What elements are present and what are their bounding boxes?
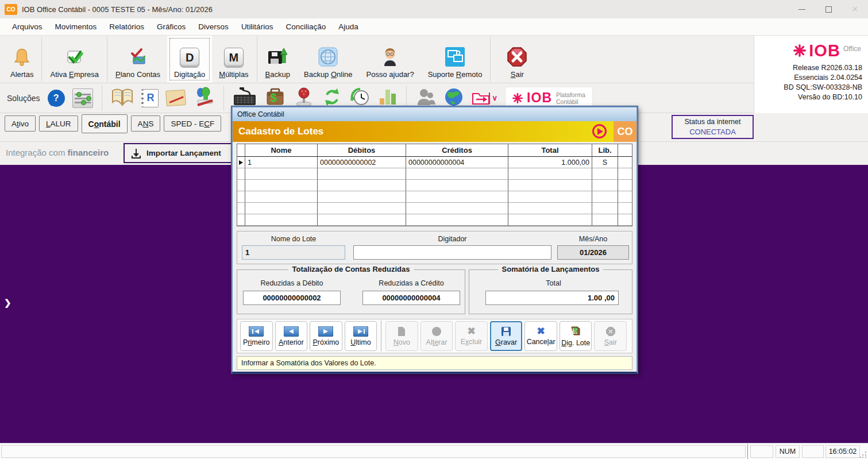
empty-cell[interactable] bbox=[245, 191, 318, 203]
folder-arrow-icon bbox=[472, 90, 491, 106]
col-header-nome[interactable]: Nome bbox=[245, 144, 318, 157]
cell-filler bbox=[618, 157, 632, 168]
posso-ajudar-button[interactable]: Posso ajudar? bbox=[360, 36, 421, 83]
play-help-button[interactable] bbox=[592, 124, 607, 138]
statusbar-panel bbox=[750, 445, 773, 458]
empty-cell[interactable] bbox=[245, 180, 318, 191]
panel-expand-chevron[interactable]: ❯ bbox=[4, 298, 11, 308]
dialog-banner-title: Cadastro de Lotes bbox=[238, 126, 323, 137]
alertas-button[interactable]: Alertas bbox=[3, 36, 40, 83]
ativa-empresa-button[interactable]: Ativa Empresa bbox=[43, 36, 106, 83]
totalizacao-legend: Totalização de Contas Reduzidas bbox=[288, 265, 414, 273]
col-header-creditos[interactable]: Créditos bbox=[406, 144, 508, 157]
essenciais-line: Essenciais 2.04.0254 bbox=[754, 73, 862, 83]
bd-sql-line: BD SQL:SW-003328-NB bbox=[754, 83, 862, 92]
globe-button-icon bbox=[318, 44, 338, 67]
dropdown-caret-icon: ∨ bbox=[492, 94, 498, 102]
iob-office-logo: IOB Office bbox=[754, 36, 868, 60]
importar-lancamentos-button[interactable]: Importar Lançament bbox=[124, 143, 238, 163]
cell-total[interactable]: 1.000,00 bbox=[508, 157, 592, 168]
menu-utilitarios[interactable]: Utilitários bbox=[235, 20, 280, 33]
suporte-remoto-button[interactable]: Suporte Remoto bbox=[421, 36, 489, 83]
settings-sliders-icon[interactable] bbox=[72, 88, 93, 108]
tab-sped-ecf[interactable]: SPED - ECF bbox=[164, 115, 221, 132]
col-header-debitos[interactable]: Débitos bbox=[318, 144, 406, 157]
menu-movimentos[interactable]: Movimentos bbox=[49, 20, 103, 33]
totals-row: Totalização de Contas Reduzidas Reduzida… bbox=[237, 269, 632, 314]
office-logo-text: Office bbox=[843, 45, 861, 53]
ledger-book-icon[interactable] bbox=[111, 87, 134, 109]
menu-conciliacao[interactable]: Conciliação bbox=[279, 20, 332, 33]
primeiro-button[interactable]: Primeiro bbox=[240, 321, 273, 351]
save-floppy-icon bbox=[501, 326, 511, 337]
dollar-glyph: $ bbox=[271, 91, 277, 105]
dialog-button-bar: Primeiro Anterior Próximo Ultimo Novo Al… bbox=[237, 319, 632, 353]
reduzidas-credito-input[interactable] bbox=[362, 291, 460, 305]
empty-cell[interactable] bbox=[245, 214, 318, 226]
cell-lib[interactable]: S bbox=[592, 157, 618, 168]
close-button[interactable]: ✕ bbox=[842, 0, 868, 18]
tab-ativo[interactable]: Ativo bbox=[5, 115, 36, 132]
menu-graficos[interactable]: Gráficos bbox=[151, 20, 192, 33]
tab-ans[interactable]: ANS bbox=[131, 115, 161, 132]
download-arrow-icon bbox=[130, 148, 142, 159]
col-header-lib[interactable]: Lib. bbox=[592, 144, 618, 157]
col-header-total[interactable]: Total bbox=[508, 144, 592, 157]
co-module-badge: CO bbox=[614, 121, 636, 142]
nome-do-lote-input[interactable] bbox=[242, 245, 345, 260]
tab-contabil[interactable]: Contábil bbox=[82, 114, 128, 133]
menu-relatorios[interactable]: Relatórios bbox=[103, 20, 151, 33]
resize-grip[interactable] bbox=[860, 451, 867, 458]
cell-nome[interactable]: 1 bbox=[245, 157, 318, 168]
last-record-icon bbox=[353, 326, 368, 337]
maximize-button[interactable] bbox=[815, 0, 842, 18]
menu-ajuda[interactable]: Ajuda bbox=[332, 20, 365, 33]
row-marker-icon bbox=[239, 160, 243, 165]
edit-record-icon bbox=[431, 326, 442, 337]
first-record-icon bbox=[249, 326, 264, 337]
menu-diversos[interactable]: Diversos bbox=[192, 20, 235, 33]
empty-cell[interactable] bbox=[245, 168, 318, 180]
backup-online-button[interactable]: Backup Online bbox=[297, 36, 360, 83]
bell-icon bbox=[13, 44, 31, 67]
mes-ano-input[interactable] bbox=[557, 245, 629, 260]
cell-debitos[interactable]: 00000000000002 bbox=[318, 157, 406, 168]
sair-button[interactable]: Sair bbox=[500, 36, 534, 83]
anterior-button[interactable]: Anterior bbox=[275, 321, 308, 351]
total-input[interactable] bbox=[485, 291, 619, 305]
toolbar-separator bbox=[102, 86, 102, 111]
razao-r-icon[interactable]: R bbox=[141, 89, 159, 107]
plano-contas-button[interactable]: Plano Contas bbox=[109, 36, 167, 83]
internet-status-box: Status da internet CONECTADA bbox=[672, 115, 754, 139]
tab-lalur[interactable]: LALUR bbox=[39, 115, 78, 132]
empty-cell[interactable] bbox=[245, 203, 318, 214]
proximo-button[interactable]: Próximo bbox=[310, 321, 342, 351]
dialog-banner: Cadastro de Lotes CO bbox=[233, 121, 636, 142]
cell-creditos[interactable]: 00000000000004 bbox=[406, 157, 508, 168]
dig-lote-button[interactable]: $ Dig. Lote bbox=[560, 321, 592, 351]
cancelar-button[interactable]: ✖ Cancelar bbox=[524, 321, 557, 351]
dialog-titlebar[interactable]: Office Contábil bbox=[233, 107, 636, 121]
menu-arquivos[interactable]: Arquivos bbox=[6, 20, 49, 33]
minimize-button[interactable] bbox=[789, 0, 815, 18]
help-bubble-icon[interactable]: ? bbox=[48, 90, 65, 107]
gravar-button[interactable]: Gravar bbox=[490, 321, 523, 351]
delete-x-icon: ✖ bbox=[467, 327, 475, 336]
multiplas-button[interactable]: M Múltiplas bbox=[212, 36, 255, 83]
total-label: Total bbox=[485, 279, 622, 287]
main-toolbar: Alertas Ativa Empresa Plano Contas D Dig… bbox=[0, 36, 754, 83]
digitacao-button[interactable]: D Digitação bbox=[167, 36, 212, 83]
export-folder-button[interactable]: ∨ bbox=[472, 90, 498, 106]
ultimo-button[interactable]: Ultimo bbox=[345, 321, 377, 351]
backup-button[interactable]: Backup bbox=[259, 36, 297, 83]
notepad-pencil-icon[interactable] bbox=[165, 90, 186, 106]
digitador-input[interactable] bbox=[353, 245, 551, 260]
totalizacao-groupbox: Totalização de Contas Reduzidas Reduzida… bbox=[237, 269, 465, 314]
reduzidas-debito-input[interactable] bbox=[243, 291, 341, 305]
integration-label: Integração com financeiro bbox=[6, 148, 109, 157]
window-titlebar: CO IOB Office Contábil - 0005 TESTE 05 -… bbox=[0, 0, 868, 18]
stamp-icon[interactable] bbox=[193, 87, 215, 110]
toolbar-separator bbox=[223, 86, 224, 111]
maximize-icon bbox=[825, 6, 832, 13]
button-separator bbox=[381, 321, 381, 352]
